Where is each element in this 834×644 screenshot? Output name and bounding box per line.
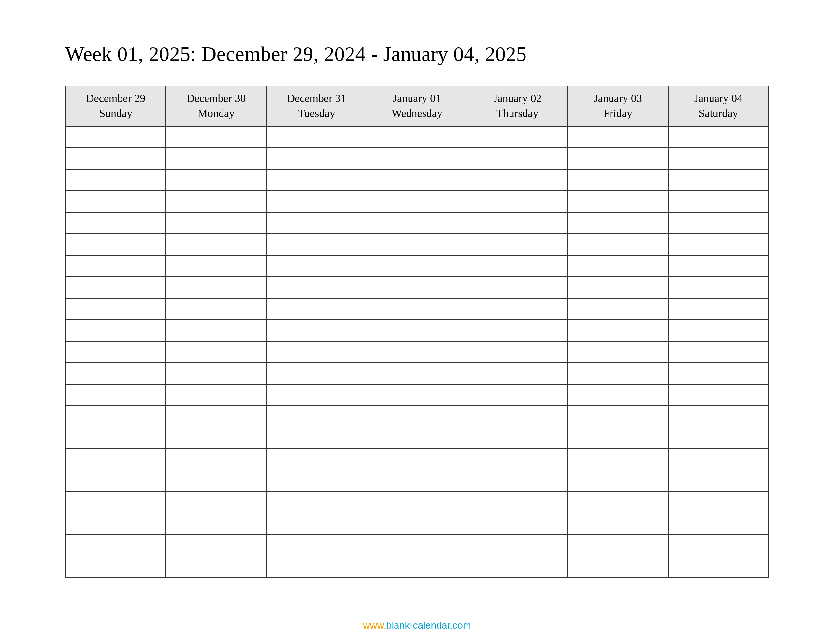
- calendar-cell[interactable]: [367, 470, 467, 492]
- calendar-cell[interactable]: [668, 212, 769, 234]
- calendar-cell[interactable]: [367, 169, 467, 191]
- calendar-cell[interactable]: [166, 513, 266, 534]
- calendar-cell[interactable]: [267, 470, 367, 492]
- calendar-cell[interactable]: [467, 470, 567, 492]
- calendar-cell[interactable]: [166, 449, 266, 470]
- calendar-cell[interactable]: [166, 298, 266, 320]
- calendar-cell[interactable]: [267, 148, 367, 169]
- calendar-cell[interactable]: [65, 427, 166, 449]
- calendar-cell[interactable]: [65, 191, 166, 212]
- calendar-cell[interactable]: [567, 298, 668, 320]
- calendar-cell[interactable]: [668, 534, 769, 556]
- calendar-cell[interactable]: [467, 298, 567, 320]
- calendar-cell[interactable]: [166, 148, 266, 169]
- calendar-cell[interactable]: [65, 169, 166, 191]
- calendar-cell[interactable]: [567, 406, 668, 427]
- calendar-cell[interactable]: [166, 363, 266, 384]
- calendar-cell[interactable]: [567, 492, 668, 513]
- calendar-cell[interactable]: [467, 384, 567, 406]
- calendar-cell[interactable]: [267, 212, 367, 234]
- calendar-cell[interactable]: [166, 277, 266, 298]
- calendar-cell[interactable]: [668, 277, 769, 298]
- calendar-cell[interactable]: [467, 492, 567, 513]
- calendar-cell[interactable]: [467, 341, 567, 363]
- calendar-cell[interactable]: [267, 427, 367, 449]
- calendar-cell[interactable]: [65, 556, 166, 578]
- calendar-cell[interactable]: [166, 212, 266, 234]
- calendar-cell[interactable]: [166, 470, 266, 492]
- calendar-cell[interactable]: [65, 298, 166, 320]
- calendar-cell[interactable]: [267, 449, 367, 470]
- calendar-cell[interactable]: [467, 234, 567, 255]
- calendar-cell[interactable]: [166, 126, 266, 148]
- calendar-cell[interactable]: [467, 406, 567, 427]
- calendar-cell[interactable]: [367, 191, 467, 212]
- calendar-cell[interactable]: [267, 363, 367, 384]
- calendar-cell[interactable]: [267, 234, 367, 255]
- calendar-cell[interactable]: [166, 427, 266, 449]
- calendar-cell[interactable]: [467, 363, 567, 384]
- calendar-cell[interactable]: [367, 363, 467, 384]
- calendar-cell[interactable]: [567, 556, 668, 578]
- calendar-cell[interactable]: [267, 556, 367, 578]
- calendar-cell[interactable]: [166, 320, 266, 341]
- calendar-cell[interactable]: [166, 534, 266, 556]
- calendar-cell[interactable]: [65, 406, 166, 427]
- calendar-cell[interactable]: [567, 384, 668, 406]
- calendar-cell[interactable]: [467, 320, 567, 341]
- calendar-cell[interactable]: [567, 212, 668, 234]
- calendar-cell[interactable]: [166, 406, 266, 427]
- calendar-cell[interactable]: [65, 492, 166, 513]
- calendar-cell[interactable]: [65, 363, 166, 384]
- footer-link[interactable]: www.blank-calendar.com: [363, 620, 471, 631]
- calendar-cell[interactable]: [668, 556, 769, 578]
- calendar-cell[interactable]: [65, 470, 166, 492]
- calendar-cell[interactable]: [668, 191, 769, 212]
- calendar-cell[interactable]: [668, 384, 769, 406]
- calendar-cell[interactable]: [668, 406, 769, 427]
- calendar-cell[interactable]: [467, 449, 567, 470]
- calendar-cell[interactable]: [367, 298, 467, 320]
- calendar-cell[interactable]: [567, 126, 668, 148]
- calendar-cell[interactable]: [367, 255, 467, 277]
- calendar-cell[interactable]: [567, 341, 668, 363]
- calendar-cell[interactable]: [467, 169, 567, 191]
- calendar-cell[interactable]: [668, 341, 769, 363]
- calendar-cell[interactable]: [467, 191, 567, 212]
- calendar-cell[interactable]: [567, 169, 668, 191]
- calendar-cell[interactable]: [166, 191, 266, 212]
- calendar-cell[interactable]: [467, 148, 567, 169]
- calendar-cell[interactable]: [267, 513, 367, 534]
- calendar-cell[interactable]: [367, 534, 467, 556]
- calendar-cell[interactable]: [367, 148, 467, 169]
- calendar-cell[interactable]: [367, 449, 467, 470]
- calendar-cell[interactable]: [467, 212, 567, 234]
- calendar-cell[interactable]: [668, 298, 769, 320]
- calendar-cell[interactable]: [567, 363, 668, 384]
- calendar-cell[interactable]: [166, 169, 266, 191]
- calendar-cell[interactable]: [668, 320, 769, 341]
- calendar-cell[interactable]: [65, 449, 166, 470]
- calendar-cell[interactable]: [65, 534, 166, 556]
- calendar-cell[interactable]: [65, 148, 166, 169]
- calendar-cell[interactable]: [567, 277, 668, 298]
- calendar-cell[interactable]: [367, 341, 467, 363]
- calendar-cell[interactable]: [367, 406, 467, 427]
- calendar-cell[interactable]: [267, 277, 367, 298]
- calendar-cell[interactable]: [65, 384, 166, 406]
- calendar-cell[interactable]: [668, 492, 769, 513]
- calendar-cell[interactable]: [367, 427, 467, 449]
- calendar-cell[interactable]: [467, 277, 567, 298]
- calendar-cell[interactable]: [65, 126, 166, 148]
- calendar-cell[interactable]: [567, 148, 668, 169]
- calendar-cell[interactable]: [668, 513, 769, 534]
- calendar-cell[interactable]: [567, 449, 668, 470]
- calendar-cell[interactable]: [65, 212, 166, 234]
- calendar-cell[interactable]: [267, 406, 367, 427]
- calendar-cell[interactable]: [267, 320, 367, 341]
- calendar-cell[interactable]: [668, 427, 769, 449]
- calendar-cell[interactable]: [267, 126, 367, 148]
- calendar-cell[interactable]: [267, 341, 367, 363]
- calendar-cell[interactable]: [367, 212, 467, 234]
- calendar-cell[interactable]: [668, 126, 769, 148]
